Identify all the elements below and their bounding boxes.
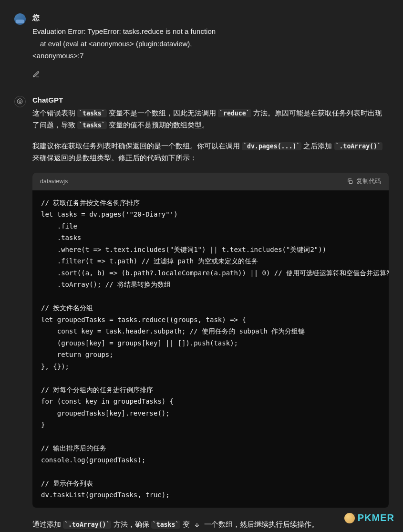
- error-line: Evaluation Error: TypeError: tasks.reduc…: [32, 25, 389, 38]
- scroll-down-icon[interactable]: [193, 521, 201, 529]
- paragraph: 这个错误表明 `tasks` 变量不是一个数组，因此无法调用 `reduce` …: [32, 107, 389, 131]
- copy-code-button[interactable]: 复制代码: [347, 177, 381, 187]
- watermark: PKMER: [344, 512, 394, 523]
- code-header: dataviewjs 复制代码: [32, 173, 389, 190]
- inline-code: `.toArray()`: [334, 142, 382, 150]
- error-line: <anonymous>:7: [32, 50, 389, 62]
- paragraph: 我建议你在获取任务列表时确保返回的是一个数组。你可以在调用 `dv.pages(…: [32, 140, 389, 164]
- inline-code: `tasks`: [77, 109, 107, 117]
- bot-text: 这个错误表明 `tasks` 变量不是一个数组，因此无法调用 `reduce` …: [32, 107, 389, 531]
- user-avatar: [14, 13, 26, 25]
- inline-code: `tasks`: [77, 121, 107, 129]
- bot-message: ChatGPT 这个错误表明 `tasks` 变量不是一个数组，因此无法调用 `…: [0, 92, 403, 532]
- copy-icon: [347, 178, 353, 185]
- watermark-icon: [344, 513, 355, 523]
- inline-code: `reduce`: [218, 109, 251, 117]
- inline-code: `tasks`: [151, 521, 181, 529]
- watermark-text: PKMER: [358, 512, 394, 523]
- user-message: 您 Evaluation Error: TypeError: tasks.red…: [0, 10, 403, 83]
- user-name: 您: [32, 13, 389, 22]
- svg-rect-1: [349, 180, 352, 183]
- code-lang: dataviewjs: [40, 177, 68, 187]
- inline-code: `dv.pages(...)`: [242, 142, 301, 150]
- paragraph: 通过添加 `.toArray()` 方法，确保 `tasks` 变 一个数组，然…: [32, 518, 389, 531]
- code-block: dataviewjs 复制代码 // 获取任务并按文件名倒序排序 let tas…: [32, 173, 389, 508]
- bot-avatar: [14, 96, 26, 107]
- code-content[interactable]: // 获取任务并按文件名倒序排序 let tasks = dv.pages('"…: [32, 190, 389, 508]
- copy-label: 复制代码: [356, 177, 381, 187]
- inline-code: `.toArray()`: [63, 521, 111, 529]
- user-content: 您 Evaluation Error: TypeError: tasks.red…: [32, 13, 389, 80]
- error-line: at eval (eval at <anonymous> (plugin:dat…: [32, 38, 389, 50]
- user-text: Evaluation Error: TypeError: tasks.reduc…: [32, 25, 389, 62]
- bot-content: ChatGPT 这个错误表明 `tasks` 变量不是一个数组，因此无法调用 `…: [32, 96, 389, 532]
- bot-name: ChatGPT: [32, 96, 389, 104]
- edit-icon[interactable]: [32, 71, 40, 80]
- svg-point-0: [19, 100, 21, 102]
